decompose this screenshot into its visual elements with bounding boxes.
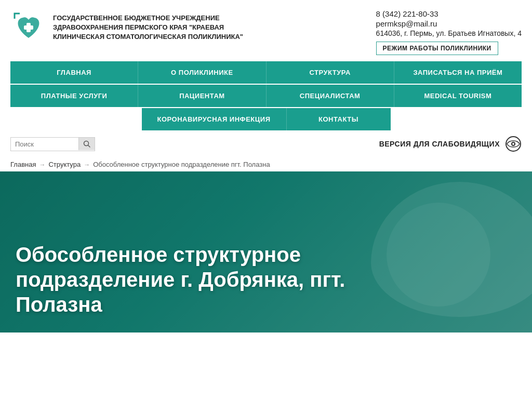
contact-area: 8 (342) 221-80-33 permksp@mail.ru 614036… <box>376 9 522 55</box>
nav-item-koronavirus[interactable]: КОРОНАВИРУСНАЯ ИНФЕКЦИЯ <box>142 108 287 130</box>
logo-area: ГОСУДАРСТВЕННОЕ БЮДЖЕТНОЕ УЧРЕЖДЕНИЕ ЗДР… <box>10 9 366 46</box>
breadcrumb-struktura[interactable]: Структура <box>48 161 81 168</box>
nav-item-glavnaya[interactable]: ГЛАВНАЯ <box>10 61 138 84</box>
nav-item-zapisatsya[interactable]: ЗАПИСАТЬСЯ НА ПРИЁМ <box>394 61 522 84</box>
svg-point-6 <box>512 143 514 145</box>
contact-phone: 8 (342) 221-80-33 <box>376 9 522 18</box>
nav-row-3: КОРОНАВИРУСНАЯ ИНФЕКЦИЯ КОНТАКТЫ <box>10 108 522 130</box>
nav-row-2: ПЛАТНЫЕ УСЛУГИ ПАЦИЕНТАМ СПЕЦИАЛИСТАМ ME… <box>10 85 522 107</box>
hero-title: Обособленное структурное подразделение г… <box>16 242 405 317</box>
page-header: ГОСУДАРСТВЕННОЕ БЮДЖЕТНОЕ УЧРЕЖДЕНИЕ ЗДР… <box>0 0 532 61</box>
breadcrumb-home[interactable]: Главная <box>10 161 36 168</box>
work-schedule-button[interactable]: РЕЖИМ РАБОТЫ ПОЛИКЛИНИКИ <box>376 42 498 55</box>
nav-item-struktura[interactable]: СТРУКТУРА <box>267 61 394 84</box>
nav-item-medical-tourism[interactable]: MEDICAL TOURISM <box>394 85 522 107</box>
svg-rect-1 <box>24 25 33 30</box>
nav-item-o-poliklinike[interactable]: О ПОЛИКЛИНИКЕ <box>138 61 266 84</box>
logo-icon <box>10 9 47 46</box>
breadcrumb-current: Обособленное структурное подразделение п… <box>93 161 270 168</box>
navigation: ГЛАВНАЯ О ПОЛИКЛИНИКЕ СТРУКТУРА ЗАПИСАТЬ… <box>0 61 532 130</box>
contact-address: 614036, г. Пермь, ул. Братьев Игнатовых,… <box>376 29 522 37</box>
nav-item-kontakty[interactable]: КОНТАКТЫ <box>287 108 391 130</box>
contact-email: permksp@mail.ru <box>376 19 522 28</box>
breadcrumb-arrow-2: → <box>84 161 90 168</box>
search-form <box>10 137 95 151</box>
search-icon <box>83 140 90 148</box>
breadcrumb: Главная → Структура → Обособленное струк… <box>0 157 532 171</box>
search-row: ВЕРСИЯ ДЛЯ СЛАБОВИДЯЩИХ <box>0 130 532 157</box>
breadcrumb-arrow-1: → <box>39 161 45 168</box>
hero-banner: Обособленное структурное подразделение г… <box>0 171 532 332</box>
search-input[interactable] <box>11 138 78 151</box>
search-button[interactable] <box>78 138 95 150</box>
nav-item-platnye[interactable]: ПЛАТНЫЕ УСЛУГИ <box>10 85 138 107</box>
accessibility-label: ВЕРСИЯ ДЛЯ СЛАБОВИДЯЩИХ <box>379 140 500 148</box>
nav-item-patsientam[interactable]: ПАЦИЕНТАМ <box>138 85 266 107</box>
eye-icon[interactable] <box>505 136 522 152</box>
nav-item-spetsialistam[interactable]: СПЕЦИАЛИСТАМ <box>267 85 394 107</box>
nav-row-1: ГЛАВНАЯ О ПОЛИКЛИНИКЕ СТРУКТУРА ЗАПИСАТЬ… <box>10 61 522 84</box>
org-name: ГОСУДАРСТВЕННОЕ БЮДЖЕТНОЕ УЧРЕЖДЕНИЕ ЗДР… <box>53 14 250 42</box>
svg-line-3 <box>88 145 90 148</box>
accessibility-area: ВЕРСИЯ ДЛЯ СЛАБОВИДЯЩИХ <box>379 136 522 152</box>
